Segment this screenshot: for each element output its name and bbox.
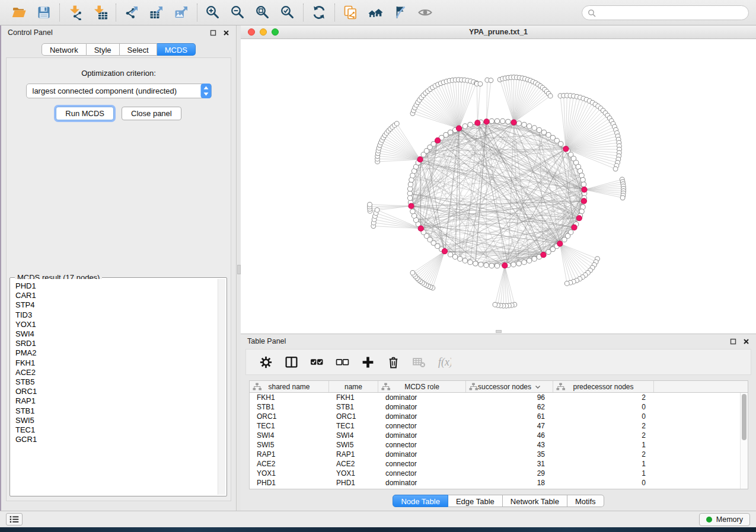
table-scrollbar[interactable] (740, 393, 748, 489)
network-node[interactable] (580, 177, 585, 182)
save-file-button[interactable] (35, 4, 53, 21)
mcds-hub-node[interactable] (511, 120, 516, 125)
network-node[interactable] (532, 257, 537, 261)
network-node[interactable] (452, 254, 457, 259)
mcds-hub-node[interactable] (572, 225, 577, 230)
table-row[interactable]: TEC1TEC1connector472 (250, 421, 748, 431)
network-node[interactable] (462, 124, 467, 129)
mcds-result-item[interactable]: PHD1 (15, 281, 218, 291)
mcds-hub-node[interactable] (418, 226, 423, 231)
tab-network[interactable]: Network (42, 43, 87, 56)
refresh-button[interactable] (310, 4, 328, 21)
tab-network-table[interactable]: Network Table (503, 495, 567, 507)
column-header-predecessor-nodes[interactable]: predecessor nodes (553, 381, 654, 392)
network-node[interactable] (537, 127, 541, 132)
mcds-hub-node[interactable] (409, 203, 414, 209)
network-node[interactable] (484, 262, 489, 267)
mcds-hub-node[interactable] (456, 126, 461, 131)
mcds-hub-node[interactable] (557, 241, 563, 246)
mcds-hub-node[interactable] (442, 248, 447, 254)
network-node[interactable] (489, 118, 494, 123)
network-node[interactable] (500, 118, 505, 123)
network-node[interactable] (375, 208, 379, 213)
neighbors-houses-button[interactable] (366, 4, 384, 21)
table-row[interactable]: RAP1RAP1dominator352 (250, 450, 748, 459)
close-window-icon[interactable] (248, 28, 255, 36)
network-node[interactable] (522, 122, 527, 127)
network-node[interactable] (408, 182, 413, 187)
network-node[interactable] (541, 130, 546, 134)
settings-button[interactable] (258, 354, 273, 370)
column-header-name[interactable]: name (329, 381, 378, 392)
network-node[interactable] (527, 124, 531, 129)
choose-columns-button[interactable] (283, 354, 299, 370)
select-all-columns-button[interactable] (309, 354, 324, 370)
column-header-successor-nodes[interactable]: successor nodes (466, 381, 553, 392)
zoom-fit-button[interactable] (254, 4, 272, 21)
table-row[interactable]: SWI4SWI4dominator462 (250, 431, 748, 440)
mcds-result-item[interactable]: SRD1 (15, 339, 218, 348)
mcds-result-item[interactable]: CAR1 (15, 291, 218, 300)
open-folder-button[interactable] (10, 4, 28, 21)
mcds-hub-node[interactable] (541, 252, 546, 258)
table-row[interactable]: ORC1ORC1dominator610 (250, 412, 748, 421)
mcds-result-item[interactable]: STP4 (15, 300, 218, 310)
tab-style[interactable]: Style (87, 43, 120, 56)
network-node[interactable] (581, 182, 586, 187)
close-panel-button[interactable]: Close panel (122, 107, 181, 120)
mcds-result-item[interactable]: ORC1 (15, 387, 218, 396)
memory-button[interactable]: Memory (699, 513, 750, 526)
network-node[interactable] (489, 263, 494, 268)
network-canvas[interactable] (241, 39, 756, 334)
tab-node-table[interactable]: Node Table (393, 495, 448, 507)
column-header-shared-name[interactable]: shared name (250, 381, 329, 392)
mcds-hub-node[interactable] (582, 187, 587, 193)
network-node[interactable] (479, 262, 483, 267)
mcds-result-item[interactable]: GCR1 (15, 435, 218, 444)
import-network-button[interactable] (66, 4, 84, 21)
search-input[interactable] (599, 9, 743, 17)
network-node[interactable] (613, 166, 618, 171)
optimization-criterion-select[interactable]: largest connected component (undirected) (26, 84, 212, 98)
export-network-button[interactable] (123, 4, 141, 21)
mcds-result-item[interactable]: ACE2 (15, 368, 218, 377)
network-node[interactable] (495, 118, 499, 123)
search-box[interactable] (582, 5, 749, 20)
close-panel-icon[interactable] (223, 30, 229, 36)
float-panel-icon[interactable] (210, 30, 216, 36)
network-node[interactable] (458, 257, 462, 261)
export-table-button[interactable] (148, 4, 165, 21)
network-node[interactable] (407, 191, 412, 196)
network-node[interactable] (532, 126, 537, 130)
delete-column-button[interactable] (385, 354, 401, 370)
mcds-result-item[interactable]: RAP1 (15, 396, 218, 406)
network-node[interactable] (448, 252, 452, 257)
mcds-hub-node[interactable] (484, 119, 489, 124)
add-column-button[interactable] (360, 354, 375, 370)
table-row[interactable]: PHD1PHD1dominator180 (250, 478, 748, 488)
network-node[interactable] (516, 261, 521, 266)
mcds-result-item[interactable]: STB1 (15, 406, 218, 416)
network-node[interactable] (394, 121, 399, 126)
network-node[interactable] (493, 302, 497, 307)
tab-mcds[interactable]: MCDS (157, 43, 196, 56)
mcds-result-item[interactable]: FKH1 (15, 358, 218, 368)
zoom-out-button[interactable] (229, 4, 247, 21)
mcds-result-item[interactable]: TID3 (15, 310, 218, 320)
tab-edge-table[interactable]: Edge Table (448, 495, 503, 507)
network-node[interactable] (516, 121, 521, 126)
show-panels-button[interactable] (6, 513, 23, 525)
network-node[interactable] (527, 258, 531, 263)
network-node[interactable] (473, 261, 478, 266)
network-node[interactable] (407, 196, 412, 200)
mcds-result-item[interactable]: STB5 (15, 377, 218, 387)
import-table-button[interactable] (91, 4, 109, 21)
network-node[interactable] (478, 82, 483, 86)
network-node[interactable] (506, 119, 511, 124)
tab-select[interactable]: Select (120, 43, 157, 56)
column-header-MCDS-role[interactable]: MCDS role (378, 381, 466, 392)
run-mcds-button[interactable]: Run MCDS (56, 107, 114, 120)
network-node[interactable] (559, 142, 563, 146)
network-node[interactable] (410, 209, 415, 214)
network-node[interactable] (546, 132, 551, 137)
